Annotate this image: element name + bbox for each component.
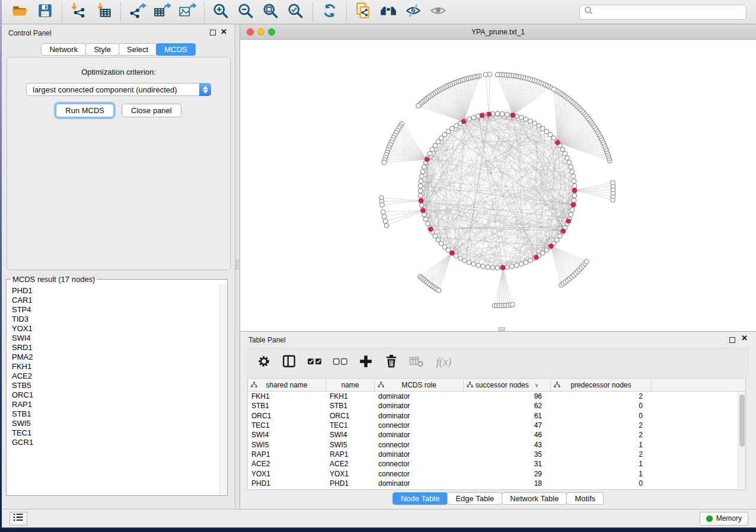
find-button[interactable] [376,2,401,22]
mcds-scrollbar[interactable] [219,284,227,495]
network-dominator-node[interactable] [461,119,466,124]
network-node[interactable] [419,179,423,184]
deselect-all-button[interactable] [333,355,348,370]
zoom-in-button[interactable] [209,2,234,22]
network-leaf-node[interactable] [382,160,387,165]
table-row[interactable]: SWI4SWI4dominator462 [248,430,745,440]
network-node[interactable] [422,165,426,169]
network-node[interactable] [454,254,458,258]
refresh-layout-button[interactable] [317,2,342,22]
minimize-window-button[interactable] [257,28,264,36]
mcds-result-item[interactable]: TEC1 [12,428,219,438]
network-dominator-node[interactable] [571,202,576,207]
network-leaf-node[interactable] [380,203,385,207]
table-tab-motifs[interactable]: Motifs [566,492,604,505]
mcds-result-item[interactable]: TID3 [12,315,219,324]
network-canvas[interactable] [240,40,756,331]
network-node[interactable] [486,265,490,270]
divider-grip[interactable] [236,260,240,270]
import-network-button[interactable] [66,2,91,22]
network-leaf-node[interactable] [384,223,389,228]
network-node[interactable] [430,147,435,152]
network-node[interactable] [418,193,423,198]
export-table-button[interactable] [150,2,175,22]
network-node[interactable] [570,207,575,212]
network-node[interactable] [433,143,438,148]
network-node[interactable] [514,263,519,268]
network-node[interactable] [471,115,476,120]
network-node[interactable] [528,258,532,263]
network-node[interactable] [572,193,577,198]
memory-button[interactable]: Memory [700,512,748,525]
network-dominator-node[interactable] [549,244,554,249]
network-node[interactable] [567,160,572,165]
network-dominator-node[interactable] [480,113,484,118]
network-node[interactable] [519,262,524,267]
table-tab-network-table[interactable]: Network Table [502,492,567,505]
network-node[interactable] [428,151,432,156]
network-node[interactable] [500,111,505,116]
network-node[interactable] [419,203,424,207]
network-node[interactable] [541,126,546,131]
panel-divider[interactable] [235,24,240,509]
export-network-button[interactable] [125,2,150,22]
float-panel-icon[interactable] [210,30,216,36]
table-row[interactable]: TEC1TEC1connector472 [248,421,745,430]
network-leaf-node[interactable] [382,214,387,219]
network-node[interactable] [458,256,462,261]
network-node[interactable] [481,264,486,269]
network-node[interactable] [569,165,573,169]
tab-network[interactable]: Network [41,43,86,56]
network-leaf-node[interactable] [381,210,385,214]
network-dominator-node[interactable] [429,227,433,232]
search-input[interactable] [594,5,746,19]
network-leaf-node[interactable] [611,180,615,185]
mcds-result-item[interactable]: FKH1 [12,362,219,371]
network-node[interactable] [569,212,573,217]
scrollbar-thumb[interactable] [739,395,745,447]
column-header-name[interactable]: name [326,379,375,391]
mcds-result-item[interactable]: SWI4 [12,334,219,343]
network-node[interactable] [467,117,471,121]
export-image-button[interactable] [175,2,200,22]
network-leaf-node[interactable] [551,87,556,92]
mcds-result-item[interactable]: CAR1 [12,296,219,305]
network-node[interactable] [476,263,481,268]
network-node[interactable] [420,169,425,174]
table-settings-button[interactable] [256,355,272,370]
network-node[interactable] [467,260,471,265]
tab-select[interactable]: Select [119,43,157,56]
show-all-button[interactable] [426,2,451,22]
network-node[interactable] [571,174,576,179]
network-node[interactable] [563,151,567,156]
table-row[interactable]: FKH1FKH1dominator962 [248,392,745,401]
optimization-criterion-select[interactable]: largest connected component (undirected) [26,83,211,96]
column-header-shared-name[interactable]: shared name [248,379,326,391]
network-dominator-node[interactable] [556,140,560,145]
show-panels-button[interactable] [9,512,27,525]
table-row[interactable]: PHD1PHD1dominator180 [248,479,745,488]
table-row[interactable]: STB1STB1dominator620 [248,401,745,411]
network-leaf-node[interactable] [495,72,500,77]
table-scrollbar[interactable] [738,392,745,489]
network-node[interactable] [471,262,476,267]
close-table-panel-icon[interactable]: ✕ [741,335,748,341]
network-node[interactable] [418,188,423,193]
network-node[interactable] [572,184,577,188]
network-node[interactable] [509,264,514,269]
table-row[interactable]: SWI5SWI5connector431 [248,440,745,449]
network-leaf-node[interactable] [383,219,388,223]
network-node[interactable] [537,123,541,128]
network-node[interactable] [490,265,495,270]
network-node[interactable] [425,221,430,226]
network-node[interactable] [572,179,576,184]
mcds-result-item[interactable]: ACE2 [12,371,219,381]
network-node[interactable] [454,123,458,128]
network-node[interactable] [418,184,423,188]
network-dominator-node[interactable] [566,219,571,223]
column-header-predecessor-nodes[interactable]: predecessor nodes [551,379,652,391]
zoom-out-button[interactable] [234,2,259,22]
network-leaf-node[interactable] [436,288,441,293]
open-file-button[interactable] [8,2,33,22]
network-node[interactable] [565,156,570,161]
